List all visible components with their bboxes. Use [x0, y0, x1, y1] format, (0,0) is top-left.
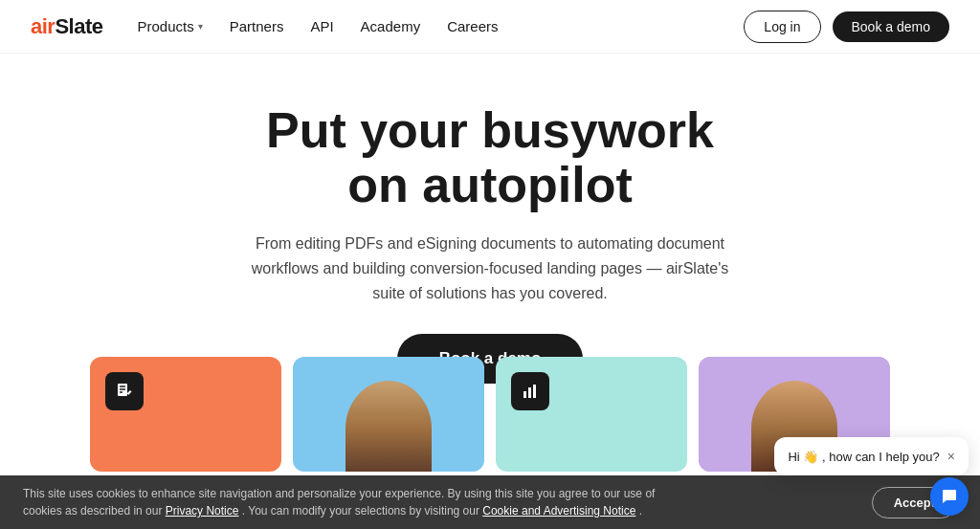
- bar-chart-icon: [511, 372, 549, 410]
- card-3[interactable]: [496, 357, 687, 472]
- login-button[interactable]: Log in: [744, 11, 820, 43]
- svg-rect-6: [528, 387, 531, 398]
- demo-nav-button[interactable]: Book a demo: [833, 11, 950, 42]
- brand-name-part2: Slate: [55, 14, 102, 38]
- svg-rect-7: [533, 385, 536, 398]
- nav-links: Products ▾ Partners API Academy Careers: [138, 18, 745, 34]
- chevron-down-icon: ▾: [198, 21, 203, 32]
- cookie-text: This site uses cookies to enhance site n…: [23, 485, 693, 519]
- brand-name-part1: air: [31, 14, 55, 38]
- chat-close-button[interactable]: ×: [947, 449, 955, 464]
- privacy-notice-link[interactable]: Privacy Notice: [166, 504, 239, 518]
- chat-widget: Hi 👋 , how can I help you? ×: [774, 437, 969, 475]
- card-1[interactable]: [90, 357, 281, 472]
- nav-api[interactable]: API: [310, 18, 333, 34]
- brand-logo[interactable]: airSlate: [31, 14, 103, 39]
- chat-greeting: Hi 👋 , how can I help you?: [788, 450, 939, 464]
- cookie-notice-link[interactable]: Cookie and Advertising Notice: [482, 504, 635, 518]
- nav-products[interactable]: Products ▾: [138, 18, 203, 34]
- nav-academy[interactable]: Academy: [361, 18, 421, 34]
- hero-title: Put your busywork on autopilot: [266, 103, 714, 212]
- chat-bubble-button[interactable]: [930, 477, 969, 516]
- nav-careers[interactable]: Careers: [447, 18, 498, 34]
- card-2[interactable]: [293, 357, 484, 472]
- person-photo-1: [345, 381, 432, 472]
- hero-subtitle: From editing PDFs and eSigning documents…: [251, 231, 729, 305]
- nav-partners[interactable]: Partners: [230, 18, 284, 34]
- cookie-banner: This site uses cookies to enhance site n…: [0, 475, 980, 529]
- svg-rect-5: [523, 391, 526, 398]
- navbar: airSlate Products ▾ Partners API Academy…: [0, 0, 980, 54]
- document-edit-icon: [105, 372, 144, 410]
- nav-actions: Log in Book a demo: [744, 11, 949, 43]
